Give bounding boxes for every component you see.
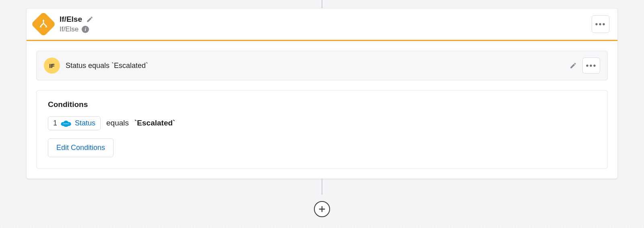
step-body: IF Status equals `Escalated` ••• Conditi… [27, 41, 617, 179]
if-else-step-card: If/Else If/Else i ••• IF Status equals `… [26, 8, 618, 179]
connector-line-top [322, 0, 322, 8]
branch-icon [39, 19, 48, 29]
svg-marker-1 [39, 26, 42, 27]
edit-branch-icon[interactable] [570, 62, 577, 69]
if-else-step-icon [31, 12, 56, 37]
if-badge: IF [44, 58, 60, 74]
edit-conditions-button[interactable]: Edit Conditions [48, 138, 114, 157]
svg-text:salesforce: salesforce [63, 123, 69, 125]
add-step-button[interactable] [314, 201, 330, 217]
edit-title-icon[interactable] [86, 16, 93, 23]
conditions-heading: Conditions [48, 100, 596, 109]
svg-marker-2 [45, 26, 47, 27]
branch-menu-button[interactable]: ••• [582, 58, 600, 74]
connector-line-bottom [322, 179, 322, 195]
branch-title: Status equals `Escalated` [66, 62, 564, 70]
step-menu-button[interactable]: ••• [592, 15, 609, 33]
condition-value: `Escalated` [134, 119, 175, 127]
step-titles: If/Else If/Else i [60, 15, 592, 33]
condition-operator: equals [106, 119, 129, 127]
condition-field-token[interactable]: 1 salesforce Status [48, 116, 101, 130]
info-icon[interactable]: i [82, 26, 89, 33]
condition-field-name: Status [75, 119, 95, 127]
condition-row: 1 salesforce Status equals `Escalated` [48, 116, 596, 130]
svg-point-0 [43, 20, 44, 21]
conditions-panel: Conditions 1 salesforce Status [36, 90, 608, 169]
step-subtitle: If/Else [60, 25, 78, 33]
condition-index: 1 [53, 119, 57, 127]
branch-header: IF Status equals `Escalated` ••• [36, 51, 608, 80]
salesforce-icon: salesforce [60, 119, 72, 127]
step-header: If/Else If/Else i ••• [27, 8, 617, 40]
step-title: If/Else [60, 15, 82, 24]
